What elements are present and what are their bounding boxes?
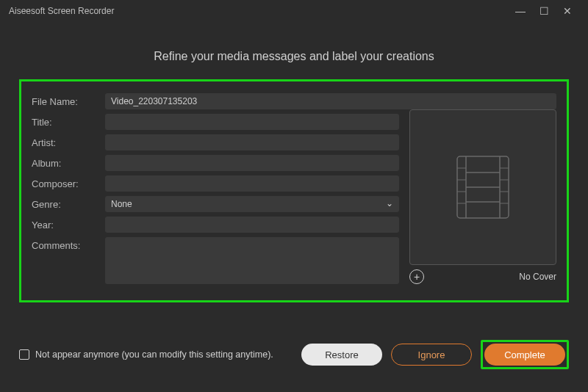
no-cover-label: No Cover: [519, 272, 556, 282]
titlebar: Aiseesoft Screen Recorder — ☐ ✕: [0, 0, 588, 22]
app-title: Aiseesoft Screen Recorder: [9, 6, 509, 16]
content-area: Refine your media messages and label you…: [0, 22, 588, 327]
genre-select[interactable]: ⌄: [105, 196, 399, 212]
genre-row: Genre: ⌄: [32, 196, 399, 212]
artist-label: Artist:: [32, 134, 105, 148]
cover-preview[interactable]: [409, 109, 556, 265]
restore-button[interactable]: Restore: [301, 344, 382, 366]
genre-value[interactable]: [105, 196, 399, 212]
genre-label: Genre:: [32, 196, 105, 210]
complete-highlight: Complete: [481, 340, 569, 369]
composer-row: Composer:: [32, 175, 399, 192]
close-icon[interactable]: ✕: [556, 5, 579, 17]
plus-icon: +: [414, 271, 420, 283]
artist-row: Artist:: [32, 134, 399, 150]
album-input[interactable]: [105, 155, 399, 171]
year-label: Year:: [32, 217, 105, 231]
year-row: Year:: [32, 217, 399, 233]
maximize-icon[interactable]: ☐: [532, 5, 556, 17]
artist-input[interactable]: [105, 134, 399, 150]
comments-label: Comments:: [32, 237, 105, 251]
metadata-form: File Name: Title: Artist: Album:: [19, 79, 569, 302]
title-label: Title:: [32, 114, 105, 128]
album-label: Album:: [32, 155, 105, 169]
file-name-input[interactable]: [105, 93, 556, 109]
footer: Not appear anymore (you can modify this …: [0, 327, 588, 392]
title-input[interactable]: [105, 114, 399, 130]
cover-column: + No Cover: [409, 109, 556, 284]
film-frame-icon: [450, 150, 516, 224]
dont-show-option[interactable]: Not appear anymore (you can modify this …: [19, 349, 293, 360]
composer-label: Composer:: [32, 175, 105, 189]
page-title: Refine your media messages and label you…: [19, 50, 569, 63]
dont-show-label: Not appear anymore (you can modify this …: [35, 349, 273, 360]
composer-input[interactable]: [105, 175, 399, 192]
comments-row: Comments:: [32, 237, 399, 284]
album-row: Album:: [32, 155, 399, 171]
year-input[interactable]: [105, 217, 399, 233]
split-columns: Title: Artist: Album: Composer:: [32, 109, 556, 284]
file-name-row: File Name:: [32, 93, 556, 109]
dont-show-checkbox[interactable]: [19, 349, 29, 360]
comments-input[interactable]: [105, 237, 399, 284]
complete-button[interactable]: Complete: [484, 344, 565, 366]
ignore-button[interactable]: Ignore: [391, 344, 472, 366]
title-row: Title:: [32, 114, 399, 130]
cover-toolbar: + No Cover: [409, 269, 556, 284]
app-window: Aiseesoft Screen Recorder — ☐ ✕ Refine y…: [0, 0, 588, 392]
file-name-label: File Name:: [32, 93, 105, 107]
minimize-icon[interactable]: —: [509, 5, 532, 17]
left-column: Title: Artist: Album: Composer:: [32, 109, 399, 284]
add-cover-button[interactable]: +: [409, 269, 424, 284]
